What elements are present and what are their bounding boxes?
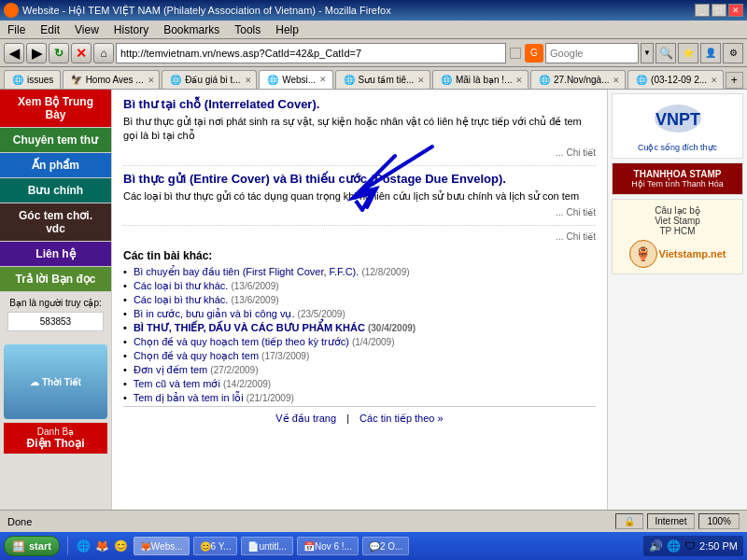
sidebar-item-lien[interactable]: Liên hệ — [0, 242, 111, 267]
sidebar-item-xem[interactable]: Xem Bộ Trung Bày — [0, 90, 111, 128]
tab-bar: 🌐 issues 🦅 Homo Aves ... ✕ 🌐 Đấu giá bi … — [0, 67, 747, 90]
sidebar-visitor: Bạn là người truy cập: 583853 — [0, 292, 111, 341]
address-bar[interactable] — [116, 43, 506, 63]
back-button[interactable]: ◀ — [4, 43, 24, 63]
bookmarks-icon[interactable]: ⭐ — [678, 43, 698, 63]
search-dropdown[interactable]: ▼ — [641, 43, 654, 63]
sidebar-item-tra[interactable]: Trả lời Bạn đọc — [0, 267, 111, 292]
home-button[interactable]: ⌂ — [93, 43, 114, 63]
vietstamp-site: Vietstamp.net — [659, 248, 726, 259]
stop-button[interactable]: ✕ — [71, 43, 92, 63]
news-item-8[interactable]: Tem cũ và tem mới (14/2/2009) — [123, 378, 596, 390]
vietstamp-logo-area: 🏺 Vietstamp.net — [618, 240, 737, 268]
article2-title: Bì thực gửi (Entire Cover) và Bì thiếu c… — [123, 172, 596, 186]
phone-box[interactable]: Danh Bạ Điện Thoại — [4, 423, 107, 454]
vietstamp-icon: 🏺 — [629, 240, 657, 268]
news-item-6[interactable]: Chọn đề và quy hoạch tem (17/3/2009) — [123, 350, 596, 362]
tab-2[interactable]: 🌐 Đấu giá bi t... ✕ — [162, 70, 257, 89]
vietstamp-name: Câu lạc bộViet StampTP HCM — [618, 205, 737, 236]
menu-tools[interactable]: Tools — [231, 22, 264, 37]
tab-close-6[interactable]: ✕ — [613, 76, 620, 85]
news-item-1[interactable]: Các loại bì thư khác. (13/6/2009) — [123, 280, 596, 292]
article3-chitiet[interactable]: Chi tiết — [123, 231, 596, 242]
vnpt-tagline: Cuộc sống đích thực — [618, 143, 737, 152]
firefox-taskbar-icon[interactable]: 🦊 — [94, 538, 111, 554]
tab-close-7[interactable]: ✕ — [711, 76, 718, 85]
tab-close-1[interactable]: ✕ — [148, 76, 155, 85]
minimize-button[interactable]: _ — [695, 4, 710, 17]
tab-6[interactable]: 🌐 27.Nov/ngà... ✕ — [530, 70, 626, 89]
taskbar: 🪟 start 🌐 🦊 😊 🦊 Webs... 😊 6 Y... 📄 untit… — [0, 532, 747, 560]
person-icon[interactable]: 👤 — [700, 43, 721, 63]
maximize-button[interactable]: □ — [712, 4, 726, 17]
taskbar-item-4[interactable]: 💬 2 O... — [362, 537, 409, 555]
news-item-4[interactable]: BÌ THƯ, THIẾP, DẤU VÀ CÁC BƯU PHẨM KHÁC … — [123, 322, 596, 334]
sidebar: Xem Bộ Trung Bày Chuyên tem thư Ấn phẩm … — [0, 90, 112, 510]
title-bar: Website - HộI TEM VIỆT NAM (Philately As… — [0, 0, 747, 21]
news-item-7[interactable]: Đơn vị đếm tem (27/2/2009) — [123, 364, 596, 376]
tab-4[interactable]: 🌐 Sưu tầm tiê... ✕ — [335, 70, 430, 89]
weather-box: ☁ Thời Tiết — [4, 344, 107, 419]
news-item-0[interactable]: Bì chuyển bay đầu tiên (First Flight Cov… — [123, 266, 596, 278]
zone-label: Internet — [647, 513, 696, 529]
google-icon: G — [525, 44, 543, 63]
news-item-9[interactable]: Tem dị bản và tem in lỗi (21/1/2009) — [123, 392, 596, 404]
sidebar-item-buu[interactable]: Bưu chính — [0, 178, 111, 203]
sidebar-item-chuyen[interactable]: Chuyên tem thư — [0, 128, 111, 153]
tray-icon-1: 🌐 — [667, 539, 681, 553]
ie-icon[interactable]: 🌐 — [76, 538, 92, 554]
tab-1[interactable]: 🦅 Homo Aves ... ✕ — [63, 70, 161, 89]
visitor-label: Bạn là người truy cập: — [9, 298, 101, 308]
tab-close-4[interactable]: ✕ — [417, 76, 425, 85]
status-text: Done — [7, 516, 32, 527]
security-icon — [510, 48, 521, 59]
tab-0[interactable]: 🌐 issues — [4, 70, 61, 89]
refresh-button[interactable]: ↻ — [49, 43, 69, 63]
taskbar-divider — [67, 537, 68, 555]
tab-7[interactable]: 🌐 (03-12-09 2... ✕ — [627, 70, 724, 89]
tab-close-5[interactable]: ✕ — [515, 76, 523, 85]
taskbar-item-3[interactable]: 📅 Nov 6 !... — [297, 537, 359, 555]
tray-icon-2: 🛡 — [684, 539, 696, 553]
news-item-3[interactable]: Bì in cước, bưu giản và bì công vụ. (23/… — [123, 308, 596, 320]
start-button[interactable]: 🪟 start — [4, 536, 60, 556]
news-item-5[interactable]: Chọn đề và quy hoạch tem (tiếp theo kỳ t… — [123, 336, 596, 348]
taskbar-item-0[interactable]: 🦊 Webs... — [134, 537, 190, 555]
tab-5[interactable]: 🌐 Mãi là bạn !... ✕ — [432, 70, 529, 89]
sidebar-item-goc[interactable]: Góc tem chơi. vdc — [0, 203, 111, 242]
ad-thanhhoa: THANHHOA STAMP Hội Tem tỉnh Thanh Hóa — [612, 162, 743, 195]
weather-label: ☁ Thời Tiết — [30, 377, 81, 387]
link-top[interactable]: Về đầu trang — [275, 413, 336, 424]
menu-bookmarks[interactable]: Bookmarks — [160, 22, 223, 37]
link-next[interactable]: Các tin tiếp theo » — [359, 413, 444, 424]
news-item-2[interactable]: Các loại bì thư khác. (13/6/2009) — [123, 294, 596, 306]
menu-help[interactable]: Help — [272, 22, 303, 37]
content-area: Bì thư tại chỗ (Interrelated Cover). Bì … — [112, 90, 607, 510]
tab-3[interactable]: 🌐 Websi... ✕ — [259, 70, 332, 89]
taskbar-item-2[interactable]: 📄 untitl... — [241, 537, 292, 555]
close-button[interactable]: ✕ — [728, 4, 743, 17]
search-go-icon[interactable]: 🔍 — [655, 43, 676, 63]
right-sidebar: VNPT Cuộc sống đích thực THANHHOA STAMP … — [607, 90, 747, 510]
menu-file[interactable]: File — [4, 22, 29, 37]
navigation-bar: ◀ ▶ ↻ ✕ ⌂ G ▼ 🔍 ⭐ 👤 ⚙ — [0, 39, 747, 67]
article1-title: Bì thư tại chỗ (Interrelated Cover). — [123, 97, 596, 111]
search-input[interactable] — [545, 43, 639, 63]
smiley-icon[interactable]: 😊 — [113, 538, 130, 554]
menu-history[interactable]: History — [110, 22, 152, 37]
taskbar-clock: 2:50 PM — [699, 540, 738, 552]
tab-close-2[interactable]: ✕ — [245, 76, 252, 85]
settings-icon[interactable]: ⚙ — [723, 43, 743, 63]
taskbar-item-1[interactable]: 😊 6 Y... — [193, 537, 238, 555]
menu-edit[interactable]: Edit — [36, 22, 63, 37]
article1-chitiet[interactable]: Chi tiết — [123, 147, 596, 158]
sidebar-item-an[interactable]: Ấn phẩm — [0, 153, 111, 178]
tab-close-3[interactable]: ✕ — [319, 75, 327, 84]
forward-button[interactable]: ▶ — [26, 43, 47, 63]
bottom-links: Về đầu trang | Các tin tiếp theo » — [123, 406, 596, 430]
thanhhoa-line1: THANHHOA STAMP — [618, 169, 737, 179]
new-tab-button[interactable]: + — [726, 72, 743, 89]
svg-text:VNPT: VNPT — [655, 110, 699, 129]
article2-chitiet[interactable]: Chi tiết — [123, 207, 596, 217]
menu-view[interactable]: View — [71, 22, 103, 37]
